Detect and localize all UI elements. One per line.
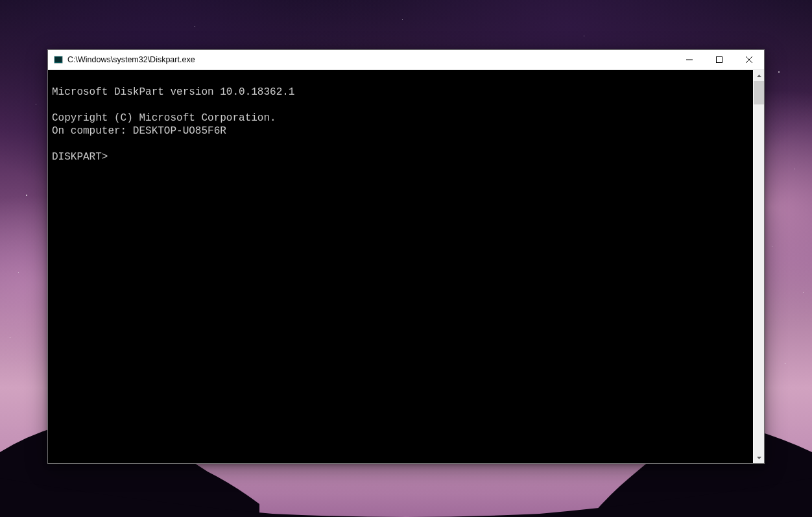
scroll-up-button[interactable] bbox=[754, 70, 764, 81]
svg-rect-3 bbox=[717, 57, 722, 63]
svg-marker-7 bbox=[757, 457, 761, 459]
titlebar[interactable]: C:\Windows\system32\Diskpart.exe bbox=[48, 50, 764, 70]
console-output[interactable]: Microsoft DiskPart version 10.0.18362.1 … bbox=[48, 70, 753, 463]
diskpart-window: C:\Windows\system32\Diskpart.exe Microso… bbox=[47, 49, 765, 464]
chevron-down-icon bbox=[757, 457, 761, 459]
svg-rect-1 bbox=[55, 57, 62, 63]
close-button[interactable] bbox=[734, 50, 764, 70]
minimize-icon bbox=[686, 56, 693, 63]
minimize-button[interactable] bbox=[675, 50, 704, 70]
scrollbar-track[interactable] bbox=[754, 81, 764, 452]
scroll-down-button[interactable] bbox=[754, 452, 764, 463]
client-area: Microsoft DiskPart version 10.0.18362.1 … bbox=[48, 70, 764, 463]
scrollbar-thumb[interactable] bbox=[754, 81, 764, 104]
vertical-scrollbar[interactable] bbox=[753, 70, 764, 463]
maximize-button[interactable] bbox=[704, 50, 734, 70]
chevron-up-icon bbox=[757, 75, 761, 77]
svg-marker-6 bbox=[757, 75, 761, 77]
close-icon bbox=[746, 56, 752, 63]
maximize-icon bbox=[716, 56, 722, 63]
window-title: C:\Windows\system32\Diskpart.exe bbox=[67, 55, 195, 64]
console-icon bbox=[53, 54, 64, 65]
